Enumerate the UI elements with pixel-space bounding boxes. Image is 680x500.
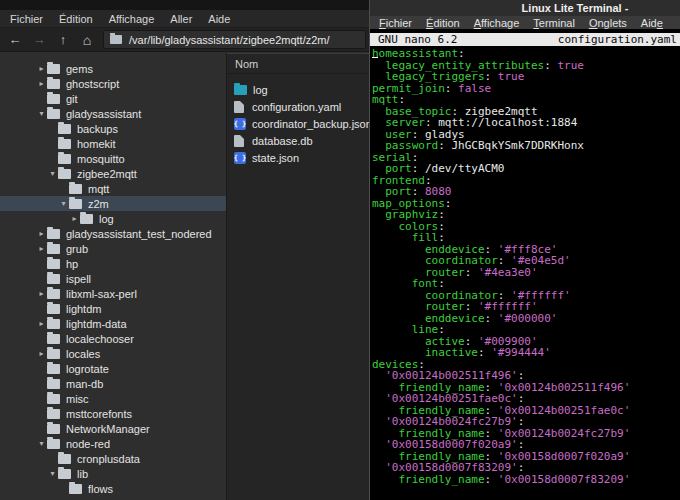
- terminal-screen[interactable]: GNU nano 6.2 configuration.yaml homeassi…: [370, 31, 680, 498]
- back-icon[interactable]: ←: [3, 29, 27, 51]
- tree-item-hp[interactable]: hp: [0, 256, 226, 271]
- chevron-right-icon[interactable]: ▸: [36, 241, 47, 256]
- tree-item-flows[interactable]: flows: [0, 481, 226, 496]
- chevron-down-icon[interactable]: ▾: [58, 196, 69, 211]
- yaml-segment: true: [557, 59, 584, 72]
- fm-menu-fichier[interactable]: Fichier: [2, 11, 51, 27]
- tree-item-mqtt[interactable]: mqtt: [0, 181, 226, 196]
- tree-item-label: ispell: [66, 273, 91, 285]
- tree-item-node-red[interactable]: ▾node-red: [0, 436, 226, 451]
- folder-icon: [47, 379, 60, 389]
- folder-icon: [58, 169, 71, 179]
- tree-item-log[interactable]: ▸log: [0, 211, 226, 226]
- terminal-title: Linux Lite Terminal -: [522, 2, 629, 14]
- tree-item-ispell[interactable]: ispell: [0, 271, 226, 286]
- tree-item-lightdm-data[interactable]: ▸lightdm-data: [0, 316, 226, 331]
- terminal-menu-aide[interactable]: Aide: [634, 17, 670, 29]
- yaml-segment: :: [485, 473, 498, 486]
- chevron-right-icon[interactable]: ▸: [69, 211, 80, 226]
- path-bar[interactable]: /var/lib/gladysassistant/zigbee2mqtt/z2m…: [103, 30, 366, 49]
- chevron-right-icon[interactable]: ▸: [36, 346, 47, 361]
- tree-item-mosquitto[interactable]: mosquitto: [0, 151, 226, 166]
- file-item-coordinator-backup-json[interactable]: coordinator_backup.json: [227, 115, 369, 132]
- tree-item-label: homekit: [77, 138, 116, 150]
- tree-item-label: backups: [77, 123, 118, 135]
- column-header-label: Nom: [235, 58, 258, 70]
- tree-item-localechooser[interactable]: localechooser: [0, 331, 226, 346]
- tree-item-logrotate[interactable]: logrotate: [0, 361, 226, 376]
- tree-item-gladysassistant-test-nodered[interactable]: ▸gladysassistant_test_nodered: [0, 226, 226, 241]
- fm-menu-aide[interactable]: Aide: [200, 11, 238, 27]
- terminal-menu-terminal[interactable]: Terminal: [526, 17, 582, 29]
- folder-icon: [47, 79, 60, 89]
- tree-item-gladysassistant[interactable]: ▾gladysassistant: [0, 106, 226, 121]
- folder-icon: [47, 409, 60, 419]
- file-item-state-json[interactable]: state.json: [227, 149, 369, 166]
- yaml-segment: :: [478, 346, 491, 359]
- tree-item-label: lib: [77, 468, 88, 480]
- fm-menu-affichage[interactable]: Affichage: [101, 11, 163, 27]
- home-icon[interactable]: ⌂: [75, 29, 99, 51]
- tree-item-libxml-sax-perl[interactable]: ▸libxml-sax-perl: [0, 286, 226, 301]
- file-item-database-db[interactable]: database.db: [227, 132, 369, 149]
- fm-menu-aller[interactable]: Aller: [162, 11, 200, 27]
- folder-icon: [47, 334, 60, 344]
- tree-item-cronplusdata[interactable]: cronplusdata: [0, 451, 226, 466]
- folder-icon: [47, 319, 60, 329]
- folder-icon: [47, 244, 60, 254]
- tree-item-label: gladysassistant_test_nodered: [66, 228, 212, 240]
- chevron-right-icon[interactable]: ▸: [36, 76, 47, 91]
- folder-icon: [69, 184, 82, 194]
- tree-item-gems[interactable]: ▸gems: [0, 61, 226, 76]
- terminal-menubar: FichierÉditionAffichageTerminalOngletsAi…: [370, 16, 680, 31]
- tree-item-z2m[interactable]: ▾z2m: [0, 196, 226, 211]
- tree-item-homekit[interactable]: homekit: [0, 136, 226, 151]
- yaml-segment: :: [465, 266, 478, 279]
- file-name: configuration.yaml: [252, 101, 341, 113]
- folder-icon: [234, 85, 247, 95]
- column-header-name[interactable]: Nom: [227, 53, 369, 74]
- chevron-right-icon[interactable]: ▸: [36, 316, 47, 331]
- tree-item-ghostscript[interactable]: ▸ghostscript: [0, 76, 226, 91]
- chevron-right-icon[interactable]: ▸: [36, 61, 47, 76]
- tree-item-git[interactable]: git: [0, 91, 226, 106]
- chevron-right-icon[interactable]: ▸: [36, 226, 47, 241]
- tree-item-label: mqtt: [88, 183, 109, 195]
- yaml-segment: JhGCBqkYSmk7DDRKHonx: [451, 139, 583, 152]
- file-item-log[interactable]: log: [227, 81, 369, 98]
- tree-item-backups[interactable]: backups: [0, 121, 226, 136]
- yaml-segment: '0x00158d0007f83209': [498, 473, 630, 486]
- nano-titlebar: GNU nano 6.2 configuration.yaml: [370, 33, 680, 46]
- file-icon: [234, 135, 244, 147]
- tree-item-man-db[interactable]: man-db: [0, 376, 226, 391]
- chevron-down-icon[interactable]: ▾: [36, 106, 47, 121]
- up-icon[interactable]: ↑: [51, 29, 75, 51]
- fm-menu--dition[interactable]: Édition: [51, 11, 101, 27]
- tree-item-misc[interactable]: misc: [0, 391, 226, 406]
- tree-item-msttcorefonts[interactable]: msttcorefonts: [0, 406, 226, 421]
- json-file-icon: [234, 118, 246, 130]
- tree-item-grub[interactable]: ▸grub: [0, 241, 226, 256]
- chevron-right-icon[interactable]: ▸: [36, 286, 47, 301]
- tree-item-lib[interactable]: ▾lib: [0, 466, 226, 481]
- chevron-down-icon[interactable]: ▾: [47, 466, 58, 481]
- terminal-menu--dition[interactable]: Édition: [419, 17, 467, 29]
- tree-item-locales[interactable]: ▸locales: [0, 346, 226, 361]
- terminal-menu-affichage[interactable]: Affichage: [467, 17, 527, 29]
- tree-item-label: ghostscript: [66, 78, 119, 90]
- chevron-down-icon[interactable]: ▾: [36, 436, 47, 451]
- terminal-menu-fichier[interactable]: Fichier: [372, 17, 419, 29]
- yaml-segment: :: [544, 59, 557, 72]
- yaml-segment: friendly_name: [372, 473, 485, 486]
- terminal-menu-onglets[interactable]: Onglets: [582, 17, 634, 29]
- forward-icon[interactable]: →: [27, 29, 51, 51]
- folder-icon: [47, 289, 60, 299]
- tree-item-label: hp: [66, 258, 78, 270]
- tree-item-networkmanager[interactable]: NetworkManager: [0, 421, 226, 436]
- folder-tree: ▸gems▸ghostscriptgit▾gladysassistantback…: [0, 53, 226, 500]
- tree-item-lightdm[interactable]: lightdm: [0, 301, 226, 316]
- file-item-configuration-yaml[interactable]: configuration.yaml: [227, 98, 369, 115]
- yaml-segment: '#4ea3e0': [478, 266, 538, 279]
- chevron-down-icon[interactable]: ▾: [47, 166, 58, 181]
- tree-item-zigbee2mqtt[interactable]: ▾zigbee2mqtt: [0, 166, 226, 181]
